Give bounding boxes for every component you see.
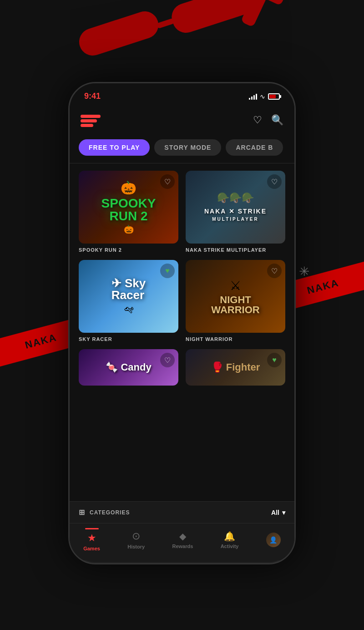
- rewards-nav-icon: ◆: [179, 531, 186, 542]
- tab-free-to-play[interactable]: FREE TO PLAY: [79, 139, 150, 156]
- game-name-spooky: SPOOKY RUN 2: [79, 247, 178, 253]
- games-nav-icon: ★: [87, 532, 96, 544]
- svg-rect-0: [76, 8, 162, 59]
- svg-rect-2: [156, 18, 175, 29]
- profile-avatar: 👤: [266, 533, 281, 547]
- search-button[interactable]: 🔍: [271, 114, 283, 126]
- favorite-button-candy[interactable]: ♡: [160, 353, 175, 367]
- status-time: 9:41: [84, 91, 101, 101]
- game-name-naka: NAKA STRIKE MULTIPLAYER: [186, 247, 285, 253]
- nav-item-rewards[interactable]: ◆ Rewards: [172, 531, 193, 549]
- tab-arcade[interactable]: ARCADE B: [226, 139, 283, 156]
- nav-item-games[interactable]: ★ Games: [83, 528, 100, 551]
- wifi-icon: ∿: [260, 93, 265, 100]
- nav-item-activity[interactable]: 🔔 Activity: [221, 531, 239, 549]
- app-header: ♡ 🔍: [70, 106, 294, 135]
- wishlist-button[interactable]: ♡: [253, 114, 262, 126]
- game-thumb-sky: ✈ SkyRacer 🛩 ♥: [79, 260, 178, 333]
- game-name-sky: SKY RACER: [79, 336, 178, 342]
- svg-rect-5: [81, 115, 101, 118]
- app-content: ♡ 🔍 FREE TO PLAY STORY MODE ARCADE B: [70, 106, 294, 560]
- game-thumb-spooky: 🎃 SPOOKYRUN 2 🎃 ♡: [79, 171, 178, 244]
- categories-filter[interactable]: All ▾: [271, 509, 285, 516]
- scene: NAKA NAKA ✳ 9:41 ∿: [0, 0, 364, 630]
- divider: [70, 163, 294, 163]
- rewards-nav-label: Rewards: [172, 544, 193, 549]
- chevron-down-icon: ▾: [282, 509, 285, 516]
- activity-nav-icon: 🔔: [224, 531, 235, 542]
- status-icons: ∿: [249, 93, 280, 100]
- avatar-icon: 👤: [269, 536, 277, 544]
- game-card-night-warrior[interactable]: ⚔ NIGHTWARRIOR ♡ NIGHT WARRIOR: [186, 260, 285, 342]
- bottom-nav: ★ Games ⊙ History ◆ Rewards 🔔 Activity: [70, 523, 294, 560]
- game-card-fighter[interactable]: 🥊 Fighter ♥: [186, 349, 285, 386]
- games-nav-label: Games: [83, 546, 100, 551]
- game-name-night: NIGHT WARRIOR: [186, 336, 285, 342]
- game-card-spooky-run-2[interactable]: 🎃 SPOOKYRUN 2 🎃 ♡ SPOOKY RUN 2: [79, 171, 178, 253]
- logo-svg: [81, 113, 113, 127]
- signal-icon: [249, 93, 257, 100]
- game-card-naka-strike[interactable]: 🪖🪖🪖 NAKA ✕ STRIKEMULTIPLAYER ♡ NAKA STRI…: [186, 171, 285, 253]
- header-actions: ♡ 🔍: [253, 114, 283, 126]
- favorite-button-night[interactable]: ♡: [267, 264, 282, 278]
- favorite-button-spooky[interactable]: ♡: [160, 174, 175, 189]
- activity-nav-label: Activity: [221, 544, 239, 549]
- favorite-button-naka[interactable]: ♡: [267, 174, 282, 189]
- categories-bar: ⊞ CATEGORIES All ▾: [70, 501, 294, 523]
- star-decoration: ✳: [299, 264, 309, 279]
- status-bar: 9:41 ∿: [70, 83, 294, 106]
- app-logo: [81, 113, 113, 127]
- game-thumb-naka: 🪖🪖🪖 NAKA ✕ STRIKEMULTIPLAYER ♡: [186, 171, 285, 244]
- categories-left: ⊞ CATEGORIES: [79, 508, 130, 517]
- game-thumb-night: ⚔ NIGHTWARRIOR ♡: [186, 260, 285, 333]
- game-thumb-fighter: 🥊 Fighter ♥: [186, 349, 285, 386]
- games-grid: 🎃 SPOOKYRUN 2 🎃 ♡ SPOOKY RUN 2 🪖�: [70, 171, 294, 386]
- svg-rect-7: [81, 124, 93, 127]
- game-card-candy[interactable]: 🍬 Candy ♡: [79, 349, 178, 386]
- phone-frame: 9:41 ∿: [68, 82, 296, 564]
- categories-label: CATEGORIES: [90, 509, 130, 516]
- game-thumb-candy: 🍬 Candy ♡: [79, 349, 178, 386]
- games-scroll: 🎃 SPOOKYRUN 2 🎃 ♡ SPOOKY RUN 2 🪖�: [70, 171, 294, 496]
- history-nav-label: History: [127, 544, 145, 549]
- battery-icon: [268, 93, 280, 100]
- game-card-sky-racer[interactable]: ✈ SkyRacer 🛩 ♥ SKY RACER: [79, 260, 178, 342]
- filter-value: All: [271, 509, 279, 516]
- nav-item-profile[interactable]: 👤: [266, 533, 281, 547]
- grid-icon: ⊞: [79, 508, 85, 517]
- history-nav-icon: ⊙: [132, 530, 140, 542]
- favorite-button-sky[interactable]: ♥: [160, 264, 175, 278]
- nav-item-history[interactable]: ⊙ History: [127, 530, 145, 549]
- tab-story-mode[interactable]: STORY MODE: [154, 139, 221, 156]
- svg-rect-6: [81, 119, 97, 122]
- favorite-button-fighter[interactable]: ♥: [267, 353, 282, 367]
- category-tabs: FREE TO PLAY STORY MODE ARCADE B: [70, 135, 294, 163]
